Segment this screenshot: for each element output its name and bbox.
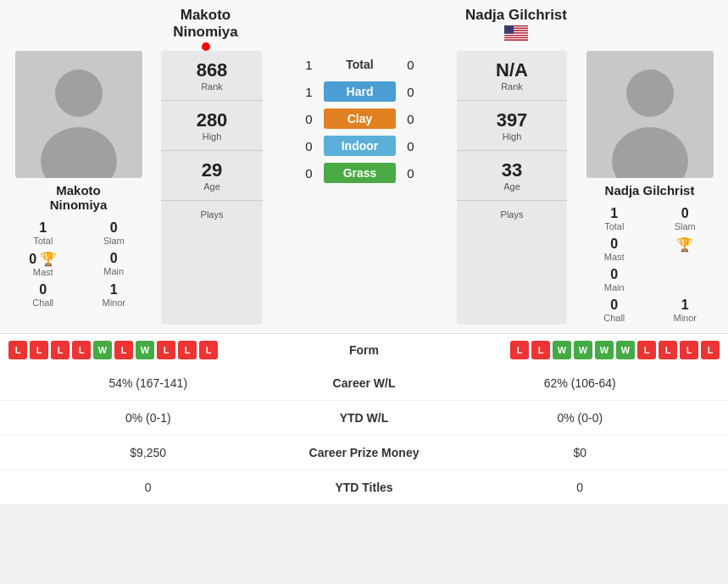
right-stat-chall: 0 Chall [580, 296, 649, 325]
stats-center-label: YTD W/L [280, 411, 449, 425]
indoor-badge: Indoor [324, 136, 396, 156]
red-dot-icon [202, 42, 210, 51]
right-chall-label: Chall [603, 313, 625, 323]
right-rank-value: N/A [496, 59, 528, 81]
svg-rect-9 [504, 36, 528, 36]
right-form-pill: L [680, 341, 698, 359]
left-form-pill: L [30, 341, 48, 359]
clay-right-score: 0 [396, 112, 425, 126]
left-age-value: 29 [202, 159, 222, 181]
right-stats-grid: 1 Total 0 Slam 0 Mast 🏆 0 [580, 204, 720, 325]
right-plays-block: Plays [457, 201, 567, 228]
hard-left-score: 1 [294, 85, 324, 99]
right-mast-value: 0 [610, 236, 618, 252]
right-player-name-header: Nadja Gilchrist [461, 7, 571, 41]
left-total-label: Total [33, 236, 53, 246]
right-stat-main: 0 Main [580, 265, 649, 294]
grass-left-score: 0 [294, 166, 324, 181]
left-high-block: 280 High [161, 101, 263, 151]
right-main-label: Main [604, 282, 625, 292]
total-right-score: 0 [396, 58, 425, 72]
right-total-label: Total [604, 221, 624, 231]
right-minor-label: Minor [673, 313, 697, 323]
right-main-value: 0 [610, 267, 618, 282]
left-minor-label: Minor [102, 298, 125, 308]
right-stat-slam: 0 Slam [651, 204, 720, 233]
stats-row: 0% (0-1) YTD W/L 0% (0-0) [0, 401, 728, 436]
stats-center-label: Career Prize Money [280, 446, 449, 459]
right-stat-total: 1 Total [580, 204, 649, 233]
svg-rect-13 [504, 25, 514, 34]
right-trophy-icon: 🏆 [676, 236, 693, 253]
right-trophy: 🏆 [651, 235, 720, 264]
svg-point-15 [55, 70, 103, 117]
left-stat-minor: 1 Minor [80, 281, 149, 309]
right-form-pill: W [616, 341, 635, 359]
right-minor-value: 1 [681, 298, 689, 313]
left-main-value: 0 [110, 251, 118, 266]
right-form-pill: L [701, 341, 720, 359]
right-high-value: 397 [497, 109, 528, 131]
left-rank-label: Rank [201, 81, 223, 92]
left-player-name-text: Makoto [157, 7, 254, 24]
stats-row: 54% (167-141) Career W/L 62% (106-64) [0, 366, 728, 401]
right-age-block: 33 Age [457, 151, 567, 201]
right-form-pill: L [637, 341, 656, 359]
total-row: 1 Total 0 [270, 51, 450, 78]
left-plays-block: Plays [161, 201, 263, 228]
right-form-pill: L [510, 341, 529, 359]
right-slam-label: Slam [675, 221, 696, 231]
left-rank-block: 868 Rank [161, 51, 263, 101]
stats-center-label: Career W/L [280, 376, 449, 390]
hard-right-score: 0 [396, 85, 425, 99]
stats-right-value: $0 [449, 446, 712, 459]
right-rank-box: N/A Rank 397 High 33 Age Plays [457, 51, 567, 325]
total-left-score: 1 [294, 58, 324, 72]
left-form-pill: L [72, 341, 91, 359]
stats-right-value: 0% (0-0) [449, 411, 712, 425]
left-mast-label: Mast [33, 267, 53, 277]
svg-rect-8 [504, 35, 528, 36]
svg-rect-7 [504, 34, 528, 35]
svg-rect-11 [504, 38, 528, 39]
right-player-panel: Nadja Gilchrist 1 Total 0 Slam 0 Mast [571, 51, 728, 333]
stats-section: 54% (167-141) Career W/L 62% (106-64) 0%… [0, 366, 728, 504]
right-player-name-card: Nadja Gilchrist [605, 183, 695, 197]
left-slam-value: 0 [110, 220, 118, 236]
left-player-name-text2: Ninomiya [157, 24, 254, 41]
right-mast-label: Mast [604, 252, 625, 262]
right-avatar-silhouette [586, 51, 714, 178]
left-form-pills: LLLLWLWLLL [8, 341, 314, 359]
left-player-panel: Makoto Ninomiya 1 Total 0 Slam 0 [0, 51, 157, 333]
left-form-pill: L [8, 341, 27, 359]
right-rank-label: Rank [501, 81, 523, 92]
right-high-label: High [503, 131, 522, 142]
left-form-pill: W [93, 341, 112, 359]
right-form-pills: LLWWWWLLLL [415, 341, 720, 359]
grass-right-score: 0 [396, 166, 425, 181]
left-slam-label: Slam [103, 236, 125, 246]
right-player-flag [461, 25, 571, 41]
indoor-left-score: 0 [294, 139, 324, 153]
left-stats-grid: 1 Total 0 Slam 0 🏆 Mast [8, 219, 148, 309]
names-row: Makoto Ninomiya Nadja Gilchrist [0, 0, 728, 51]
right-chall-value: 0 [610, 298, 618, 313]
left-form-pill: W [136, 341, 154, 359]
hard-row: 1 Hard 0 [270, 78, 450, 105]
court-panel: 1 Total 0 1 Hard 0 0 Clay 0 [270, 51, 450, 325]
right-total-value: 1 [610, 206, 618, 221]
form-section: LLLLWLWLLL Form LLWWWWLLLL [0, 333, 728, 366]
left-main-label: Main [103, 266, 124, 276]
left-chall-label: Chall [32, 298, 53, 308]
stats-left-value: 0 [17, 481, 280, 494]
left-player-avatar [15, 51, 142, 178]
left-age-label: Age [203, 181, 220, 192]
us-flag-icon [504, 25, 528, 41]
left-plays-label: Plays [201, 209, 224, 220]
svg-point-18 [626, 70, 674, 117]
indoor-right-score: 0 [396, 139, 425, 153]
stats-left-value: 0% (0-1) [17, 411, 280, 425]
left-stat-total: 1 Total [8, 219, 78, 248]
grass-badge: Grass [324, 163, 396, 183]
right-form-pill: W [574, 341, 592, 359]
